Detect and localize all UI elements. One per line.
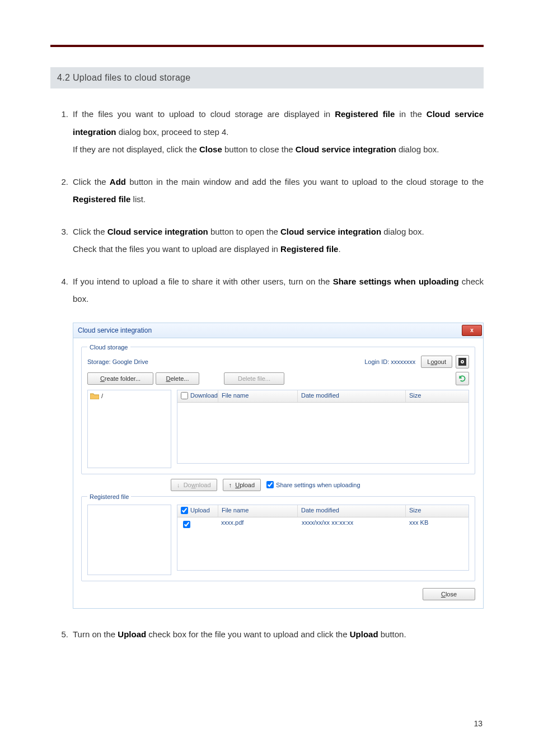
- cloud-file-table: Download File name Date modified Size: [177, 390, 469, 464]
- registered-file-table: Upload File name Date modified Size xxxx…: [177, 505, 469, 571]
- size-column-header[interactable]: Size: [406, 505, 469, 517]
- tree-root-item[interactable]: /: [90, 393, 103, 399]
- step-1: 1. If the files you want to upload to cl…: [50, 105, 484, 158]
- download-button[interactable]: ↓ Download: [171, 479, 217, 491]
- cloud-storage-group: Cloud storage Storage: Google Drive Logi…: [81, 344, 475, 474]
- logout-button[interactable]: Logout: [421, 356, 452, 368]
- delete-folder-button[interactable]: Delete...: [156, 372, 199, 385]
- download-column-header[interactable]: Download: [181, 392, 218, 399]
- step-text: If you intend to upload a file to share …: [73, 273, 484, 308]
- cloud-service-integration-dialog: Cloud service integration x Cloud storag…: [73, 323, 484, 609]
- share-settings-checkbox[interactable]: Share settings when uploading: [266, 481, 360, 488]
- cloud-file-table-body: [177, 403, 469, 463]
- row-size: xxx KB: [406, 517, 469, 531]
- registered-tree[interactable]: [87, 505, 171, 575]
- row-upload-checkbox[interactable]: [183, 521, 190, 528]
- page-number: 13: [474, 719, 483, 728]
- section-heading: 4.2 Upload files to cloud storage: [50, 67, 484, 88]
- top-rule: [50, 45, 484, 47]
- filename-column-header[interactable]: File name: [218, 390, 298, 402]
- cloud-storage-legend: Cloud storage: [87, 344, 130, 351]
- step-text: Turn on the Upload check box for the fil…: [73, 626, 484, 643]
- step-text: If the files you want to upload to cloud…: [73, 105, 484, 158]
- window-close-button[interactable]: x: [462, 325, 482, 336]
- step-number: 2.: [50, 173, 73, 208]
- share-settings-label: Share settings when uploading: [276, 482, 360, 488]
- folder-tree[interactable]: /: [87, 390, 171, 468]
- step-4: 4. If you intend to upload a file to sha…: [50, 273, 484, 308]
- step-number: 5.: [50, 626, 73, 643]
- step-text: Click the Cloud service integration butt…: [73, 223, 484, 258]
- close-button[interactable]: Close: [423, 588, 475, 600]
- step-number: 3.: [50, 223, 73, 258]
- date-column-header[interactable]: Date modified: [298, 390, 406, 402]
- dialog-titlebar: Cloud service integration x: [73, 323, 483, 338]
- size-column-header[interactable]: Size: [406, 390, 469, 402]
- folder-open-icon: [90, 393, 99, 399]
- registered-file-group: Registered file Upload File name Date mo…: [81, 493, 475, 581]
- row-filename: xxxx.pdf: [218, 517, 298, 531]
- step-number: 1.: [50, 105, 73, 158]
- svg-point-2: [462, 361, 463, 362]
- instruction-list-continued: 5. Turn on the Upload check box for the …: [50, 626, 484, 643]
- date-column-header[interactable]: Date modified: [298, 505, 406, 517]
- step-number: 4.: [50, 273, 73, 308]
- table-row[interactable]: xxxx.pdf xxxx/xx/xx xx:xx:xx xxx KB: [177, 517, 469, 531]
- create-folder-button[interactable]: Create folder...: [87, 372, 153, 385]
- gear-icon: [458, 358, 466, 366]
- delete-file-button[interactable]: Delete file...: [224, 372, 284, 385]
- step-2: 2. Click the Add button in the main wind…: [50, 173, 484, 208]
- upload-column-header[interactable]: Upload: [181, 507, 210, 514]
- step-5: 5. Turn on the Upload check box for the …: [50, 626, 484, 643]
- instruction-list: 1. If the files you want to upload to cl…: [50, 105, 484, 308]
- step-text: Click the Add button in the main window …: [73, 173, 484, 208]
- registered-file-legend: Registered file: [87, 493, 131, 500]
- login-id-label: Login ID: xxxxxxxx: [364, 358, 415, 365]
- upload-button[interactable]: ↑ Upload: [223, 479, 261, 491]
- settings-button[interactable]: [456, 355, 469, 368]
- step-3: 3. Click the Cloud service integration b…: [50, 223, 484, 258]
- filename-column-header[interactable]: File name: [218, 505, 298, 517]
- refresh-icon: [458, 375, 466, 382]
- refresh-button[interactable]: [456, 372, 469, 385]
- dialog-title: Cloud service integration: [78, 326, 152, 334]
- storage-label: Storage: Google Drive: [87, 358, 364, 365]
- row-date: xxxx/xx/xx xx:xx:xx: [298, 517, 406, 531]
- tree-root-label: /: [101, 393, 103, 399]
